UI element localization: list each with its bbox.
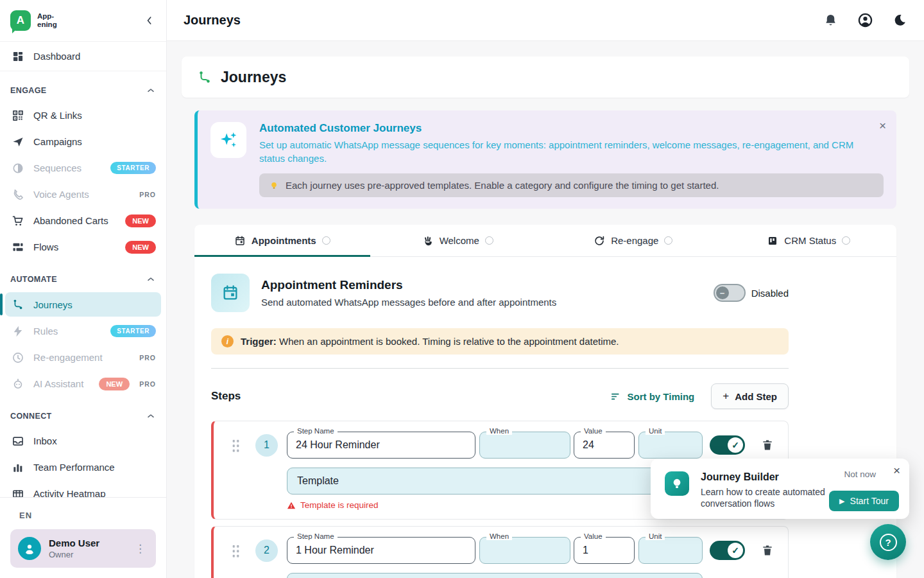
value-input[interactable] [574,432,634,458]
dark-mode-button[interactable] [893,13,907,28]
calendar-icon [211,274,250,312]
tab-welcome[interactable]: Welcome [370,225,546,256]
nav-group-automate[interactable]: AUTOMATE [0,260,166,291]
step-enabled-toggle[interactable]: ✓ [710,435,745,455]
sidebar-item-ai-assistant[interactable]: AI Assistant NEW PRO [0,371,166,397]
sidebar-item-activity-heatmap[interactable]: Activity Heatmap [0,480,166,497]
pro-tag: PRO [139,354,156,362]
trigger-label: Trigger: [241,336,277,347]
unit-select[interactable]: Unit [638,537,703,564]
user-card[interactable]: Demo User Owner ⋮ [10,529,156,568]
template-select[interactable]: Template [287,468,703,495]
check-icon: ✓ [732,545,739,556]
account-button[interactable] [857,12,873,28]
delete-step-button[interactable] [761,544,774,557]
add-step-button[interactable]: + Add Step [711,383,789,409]
clock-icon [12,351,24,364]
divider [211,368,789,369]
banner-close-icon[interactable]: × [879,119,886,132]
help-button[interactable]: ? [870,524,906,560]
pro-tag: PRO [139,380,156,388]
sidebar-item-re-engagement[interactable]: Re-engagement PRO [0,344,166,371]
ai-assistant-icon [12,378,24,390]
page-heading-card: Journeys [182,57,909,98]
starter-badge: STARTER [110,162,156,174]
start-tour-button[interactable]: ▶ Start Tour [829,491,899,511]
sidebar-header: A App- ening [0,0,166,41]
tab-appointments[interactable]: Appointments [194,225,370,256]
tab-status-indicator [322,236,330,245]
refresh-icon [594,235,605,247]
drag-handle-icon[interactable] [232,544,240,557]
sidebar-item-journeys[interactable]: Journeys [5,292,161,317]
language-selector[interactable]: EN [10,507,156,529]
tab-re-engage[interactable]: Re-engage [545,225,721,256]
toggle-status-label: Disabled [751,288,789,299]
step-name-input[interactable] [287,432,475,458]
nav-group-engage[interactable]: ENGAGE [0,71,166,102]
nav-group-connect[interactable]: CONNECT [0,397,166,428]
sort-icon [610,391,621,402]
chevron-up-icon [146,85,156,96]
steps-heading: Steps [211,390,241,403]
sidebar: A App- ening Dashboard ENGAGE QR & Links… [0,0,167,578]
warning-icon [287,501,296,510]
step-number: 2 [255,539,278,562]
sidebar-item-sequences[interactable]: Sequences STARTER [0,155,166,181]
delete-step-button[interactable] [761,439,774,451]
sidebar-item-dashboard[interactable]: Dashboard [0,42,166,71]
info-banner: × Automated Customer Journeys Set up aut… [194,110,896,209]
chevron-up-icon [146,274,156,285]
cart-icon [12,215,24,227]
banner-description: Set up automatic WhatsApp message sequen… [259,138,878,165]
step-name-input[interactable] [287,538,475,563]
sidebar-item-voice-agents[interactable]: Voice Agents PRO [0,181,166,207]
user-menu-button[interactable]: ⋮ [132,539,148,558]
trigger-info-bar: i Trigger: When an appointment is booked… [211,328,789,355]
category-enable-toggle[interactable]: − [714,284,746,302]
tour-dismiss-button[interactable]: Not now [844,469,876,479]
question-icon: ? [880,534,897,551]
bell-icon [823,13,838,28]
when-select[interactable]: When [479,432,570,459]
avatar [18,537,41,560]
brand-letter: A [17,14,24,27]
value-field: Value [574,432,635,459]
sort-by-timing-button[interactable]: Sort by Timing [610,391,694,402]
calendar-icon [234,235,246,247]
user-name: Demo User [49,538,99,548]
sidebar-item-inbox[interactable]: Inbox [0,428,166,454]
sidebar-item-campaigns[interactable]: Campaigns [0,128,166,155]
heatmap-icon [12,487,24,498]
kanban-icon [767,235,778,247]
new-badge: NEW [99,378,130,390]
check-icon: ✓ [732,440,739,450]
tab-crm-status[interactable]: CRM Status [721,225,897,256]
banner-tip: Each journey uses pre-approved templates… [259,173,884,197]
tab-status-indicator [664,236,672,245]
play-icon: ▶ [839,497,844,505]
when-select[interactable]: When [479,537,570,564]
info-icon: i [221,335,234,347]
starter-badge: STARTER [110,325,156,337]
lightbulb-icon [665,471,689,496]
sidebar-item-qr-links[interactable]: QR & Links [0,102,166,128]
value-input[interactable] [574,538,634,563]
tour-close-icon[interactable]: × [893,464,900,478]
unit-select[interactable]: Unit [638,432,703,459]
sidebar-item-label: Dashboard [33,51,80,62]
sidebar-collapse-button[interactable] [143,14,156,27]
sidebar-item-team-performance[interactable]: Team Performance [0,454,166,480]
step-enabled-toggle[interactable]: ✓ [710,541,745,560]
moon-icon [893,13,907,28]
trigger-text: When an appointment is booked. Timing is… [279,336,619,347]
sidebar-item-abandoned-carts[interactable]: Abandoned Carts NEW [0,207,166,234]
phone-icon [12,188,24,201]
drag-handle-icon[interactable] [232,439,240,452]
sidebar-item-flows[interactable]: Flows NEW [0,234,166,260]
template-select[interactable]: Template [287,573,703,578]
notifications-button[interactable] [823,13,838,28]
trash-icon [761,439,774,451]
chevron-up-icon [146,411,156,421]
sidebar-item-rules[interactable]: Rules STARTER [0,318,166,344]
